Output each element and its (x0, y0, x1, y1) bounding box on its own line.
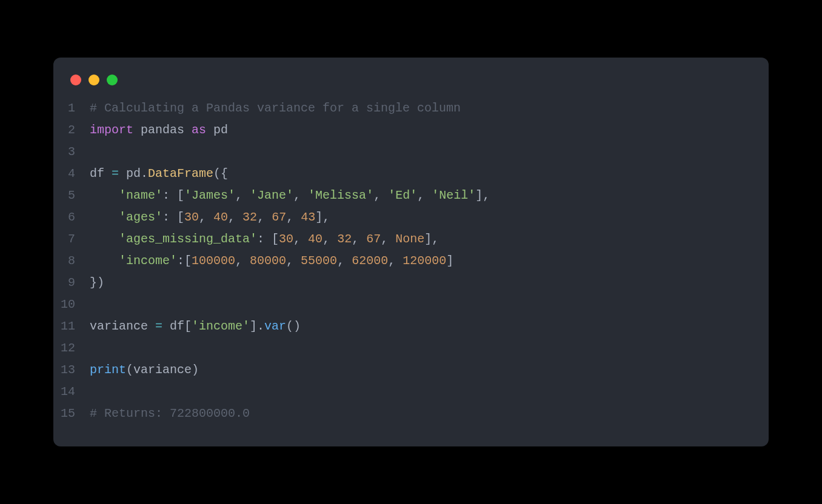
code-line: 1 # Calculating a Pandas variance for a … (53, 98, 769, 119)
variable: df (90, 167, 112, 181)
keyword-as: as (192, 123, 206, 137)
line-number: 6 (53, 207, 90, 228)
line-number: 2 (53, 119, 90, 141)
line-number: 13 (53, 359, 90, 381)
alias: pd (206, 123, 228, 137)
window-titlebar (53, 72, 769, 98)
window-close-button[interactable] (70, 75, 81, 85)
operator: = (155, 319, 162, 333)
code-line: 7 'ages_missing_data': [30, 40, 32, 67, … (53, 228, 769, 250)
builtin-print: print (90, 363, 126, 377)
comment: # Calculating a Pandas variance for a si… (90, 101, 461, 115)
code-line: 14 (53, 381, 769, 403)
module-ref: pd (119, 167, 141, 181)
brace-close: }) (90, 276, 104, 290)
dict-key: 'ages' (119, 210, 162, 224)
line-number: 1 (53, 98, 90, 119)
line-number: 8 (53, 250, 90, 272)
line-number: 3 (53, 141, 90, 163)
brace: ({ (213, 167, 228, 181)
line-number: 4 (53, 163, 90, 185)
code-line: 15 # Returns: 722800000.0 (53, 403, 769, 425)
code-line: 4 df = pd.DataFrame({ (53, 163, 769, 185)
code-line: 11 variance = df['income'].var() (53, 316, 769, 337)
module-name: pandas (133, 123, 192, 137)
code-editor[interactable]: 1 # Calculating a Pandas variance for a … (53, 98, 769, 425)
line-number: 7 (53, 228, 90, 250)
dot: . (141, 167, 148, 181)
code-line: 9 }) (53, 272, 769, 294)
code-line: 12 (53, 337, 769, 359)
class-name: DataFrame (148, 167, 213, 181)
code-line: 3 (53, 141, 769, 163)
window-maximize-button[interactable] (107, 75, 118, 85)
line-number: 12 (53, 337, 90, 359)
method: var (264, 319, 286, 333)
variable: variance (90, 319, 155, 333)
dict-key: 'ages_missing_data' (119, 232, 257, 246)
code-line: 2 import pandas as pd (53, 119, 769, 141)
window-minimize-button[interactable] (89, 75, 99, 85)
comment: # Returns: 722800000.0 (90, 406, 250, 420)
line-number: 5 (53, 185, 90, 207)
code-line: 6 'ages': [30, 40, 32, 67, 43], (53, 207, 769, 228)
line-number: 9 (53, 272, 90, 294)
code-line: 5 'name': ['James', 'Jane', 'Melissa', '… (53, 185, 769, 207)
line-number: 14 (53, 381, 90, 403)
code-line: 10 (53, 294, 769, 316)
code-window: 1 # Calculating a Pandas variance for a … (53, 58, 769, 446)
line-number: 11 (53, 316, 90, 337)
keyword-import: import (90, 123, 133, 137)
line-number: 15 (53, 403, 90, 425)
code-line: 13 print(variance) (53, 359, 769, 381)
code-line: 8 'income':[100000, 80000, 55000, 62000,… (53, 250, 769, 272)
dict-key: 'name' (119, 188, 162, 202)
line-number: 10 (53, 294, 90, 316)
operator: = (112, 167, 119, 181)
dict-key: 'income' (119, 254, 177, 268)
